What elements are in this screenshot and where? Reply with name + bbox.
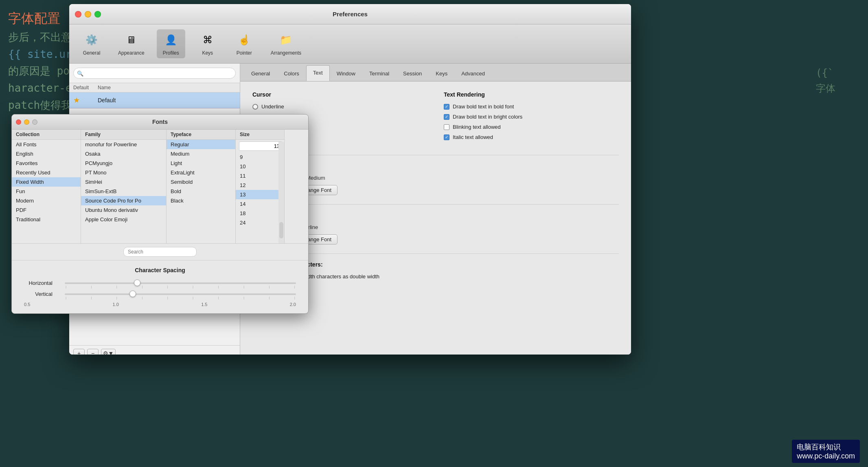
collection-recently-used[interactable]: Recently Used bbox=[12, 168, 81, 177]
fonts-columns: Collection All Fonts English Favorites R… bbox=[12, 130, 308, 244]
collection-column: Collection All Fonts English Favorites R… bbox=[12, 130, 81, 243]
horizontal-ticks: || || || || || bbox=[65, 285, 296, 289]
collection-traditional[interactable]: Traditional bbox=[12, 215, 81, 224]
minimize-button[interactable] bbox=[85, 11, 91, 18]
collection-fun[interactable]: Fun bbox=[12, 187, 81, 196]
close-button[interactable] bbox=[75, 11, 81, 18]
size-9[interactable]: 9 bbox=[236, 152, 278, 162]
size-scrollbar-thumb[interactable] bbox=[279, 222, 283, 238]
collection-all-fonts[interactable]: All Fonts bbox=[12, 140, 81, 149]
toolbar-item-pointer[interactable]: ☝️ Pointer bbox=[230, 29, 259, 58]
maximize-button[interactable] bbox=[94, 11, 101, 18]
cursor-underline-label: Underline bbox=[261, 104, 284, 110]
toolbar-item-keys[interactable]: ⌘ Keys bbox=[193, 29, 222, 58]
size-24[interactable]: 24 bbox=[236, 218, 278, 227]
typeface-black[interactable]: Black bbox=[167, 196, 235, 205]
family-simhei[interactable]: SimHei bbox=[81, 177, 166, 187]
tab-advanced[interactable]: Advanced bbox=[454, 66, 492, 81]
horizontal-slider-track: || || || || || bbox=[65, 282, 296, 284]
prefs-titlebar: Preferences bbox=[69, 4, 631, 24]
draw-bold-font-checkbox bbox=[444, 104, 449, 110]
tab-text[interactable]: Text bbox=[306, 65, 330, 81]
family-source-code-pro[interactable]: Source Code Pro for Po bbox=[81, 196, 166, 205]
typeface-semibold[interactable]: Semibold bbox=[167, 177, 235, 187]
tab-colors[interactable]: Colors bbox=[277, 66, 306, 81]
tab-terminal[interactable]: Terminal bbox=[362, 66, 396, 81]
italic-text-label: Italic text allowed bbox=[453, 134, 493, 140]
vertical-slider-thumb[interactable] bbox=[129, 291, 136, 297]
size-11[interactable]: 11 bbox=[236, 171, 278, 181]
fonts-close-button[interactable] bbox=[16, 119, 21, 125]
family-simsun[interactable]: SimSun-ExtB bbox=[81, 187, 166, 196]
toolbar-item-arrangements[interactable]: 📁 Arrangements bbox=[267, 29, 305, 58]
typeface-light[interactable]: Light bbox=[167, 159, 235, 168]
size-18[interactable]: 18 bbox=[236, 209, 278, 218]
family-ubuntu-mono[interactable]: Ubuntu Mono derivativ bbox=[81, 205, 166, 215]
remove-profile-button[interactable]: − bbox=[87, 349, 99, 355]
toolbar-label-keys: Keys bbox=[202, 50, 213, 56]
size-scrollbar[interactable] bbox=[278, 142, 284, 243]
profile-row-default[interactable]: ★ Default bbox=[69, 93, 240, 108]
family-pcmyungjo[interactable]: PCMyungjo bbox=[81, 159, 166, 168]
arrangements-icon: 📁 bbox=[278, 32, 294, 48]
typeface-column: Typeface Regular Medium Light ExtraLight… bbox=[167, 130, 236, 243]
search-wrapper: 🔍 bbox=[73, 68, 236, 79]
blinking-text-label: Blinking text allowed bbox=[453, 124, 501, 130]
typeface-bold[interactable]: Bold bbox=[167, 187, 235, 196]
toolbar-item-profiles[interactable]: 👤 Profiles bbox=[157, 29, 185, 58]
fonts-dialog: Fonts Collection All Fonts English Favor… bbox=[11, 114, 309, 314]
family-column: Family monofur for Powerline Osaka PCMyu… bbox=[81, 130, 167, 243]
horizontal-slider-thumb[interactable] bbox=[134, 280, 140, 286]
family-pt-mono[interactable]: PT Mono bbox=[81, 168, 166, 177]
tab-keys[interactable]: Keys bbox=[429, 66, 454, 81]
family-header: Family bbox=[81, 130, 166, 140]
fonts-search-input[interactable] bbox=[123, 247, 197, 257]
vertical-ticks: || || || || || bbox=[65, 296, 296, 300]
cursor-underline-option[interactable]: Underline bbox=[252, 104, 427, 110]
search-icon: 🔍 bbox=[77, 70, 83, 76]
text-rendering-title: Text Rendering bbox=[444, 91, 619, 98]
collection-header: Collection bbox=[12, 130, 81, 140]
tab-window[interactable]: Window bbox=[330, 66, 362, 81]
typeface-regular[interactable]: Regular bbox=[167, 140, 235, 149]
window-buttons bbox=[75, 11, 101, 18]
collection-pdf[interactable]: PDF bbox=[12, 205, 81, 215]
family-monofur[interactable]: monofur for Powerline bbox=[81, 140, 166, 149]
size-14[interactable]: 14 bbox=[236, 199, 278, 209]
toolbar-item-general[interactable]: ⚙️ General bbox=[77, 29, 106, 58]
size-13[interactable]: 13 bbox=[236, 190, 278, 199]
draw-bold-bright-option[interactable]: Draw bold text in bright colors bbox=[444, 114, 619, 120]
collection-english[interactable]: English bbox=[12, 149, 81, 159]
family-osaka[interactable]: Osaka bbox=[81, 149, 166, 159]
fonts-maximize-button[interactable] bbox=[32, 119, 37, 125]
size-input[interactable] bbox=[239, 141, 283, 151]
horizontal-slider-row: Horizontal || || || || || bbox=[20, 280, 300, 286]
collection-modern[interactable]: Modern bbox=[12, 196, 81, 205]
profiles-icon: 👤 bbox=[163, 32, 179, 48]
profiles-table-header: Default Name bbox=[69, 83, 240, 93]
draw-bold-font-option[interactable]: Draw bold text in bold font bbox=[444, 104, 619, 110]
collection-fixed-width[interactable]: Fixed Width bbox=[12, 177, 81, 187]
typeface-header: Typeface bbox=[167, 130, 235, 140]
draw-bold-bright-label: Draw bold text in bright colors bbox=[453, 114, 522, 120]
search-input[interactable] bbox=[73, 68, 236, 79]
fonts-minimize-button[interactable] bbox=[24, 119, 29, 125]
toolbar-item-appearance[interactable]: 🖥 Appearance bbox=[114, 29, 149, 58]
gear-menu-button[interactable]: ⚙▼ bbox=[101, 349, 116, 355]
vertical-slider-track: || || || || || bbox=[65, 293, 296, 295]
collection-favorites[interactable]: Favorites bbox=[12, 159, 81, 168]
add-profile-button[interactable]: + bbox=[73, 349, 85, 355]
typeface-extralight[interactable]: ExtraLight bbox=[167, 168, 235, 177]
size-10[interactable]: 10 bbox=[236, 162, 278, 171]
horizontal-label: Horizontal bbox=[20, 280, 53, 286]
toolbar-label-arrangements: Arrangements bbox=[271, 50, 301, 56]
blinking-text-option[interactable]: Blinking text allowed bbox=[444, 124, 619, 130]
size-12[interactable]: 12 bbox=[236, 181, 278, 190]
tab-session[interactable]: Session bbox=[396, 66, 429, 81]
family-apple-emoji[interactable]: Apple Color Emoji bbox=[81, 215, 166, 224]
tab-general[interactable]: General bbox=[244, 66, 277, 81]
draw-bold-bright-checkbox bbox=[444, 114, 449, 120]
typeface-medium[interactable]: Medium bbox=[167, 149, 235, 159]
fonts-search bbox=[12, 244, 308, 260]
italic-text-option[interactable]: Italic text allowed bbox=[444, 134, 619, 140]
